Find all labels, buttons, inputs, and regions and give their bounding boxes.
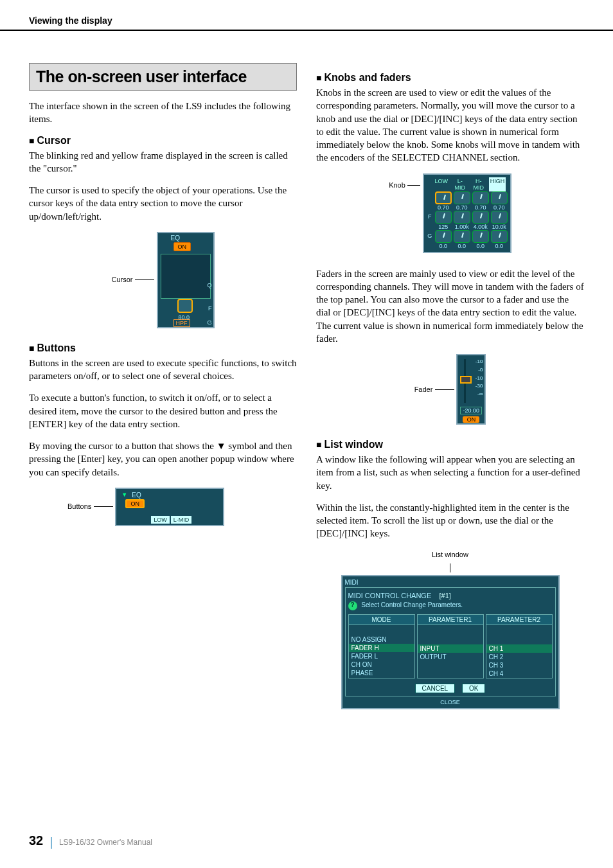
right-column: ■Knobs and faders Knobs in the screen ar… (316, 63, 584, 709)
f-val-3: 10.0k (491, 224, 508, 230)
q-val-2: 0.70 (472, 204, 489, 211)
f-knob-low[interactable] (435, 211, 452, 224)
fader-figure: Fader -10 -0 -10 -30 -∞ -20.00 ON (316, 354, 584, 425)
knobs-heading: ■Knobs and faders (316, 72, 584, 84)
list-item-selected[interactable]: CH 1 (486, 644, 552, 653)
cursor-fig-label: Cursor (111, 276, 132, 283)
mode-hdr: MODE (349, 615, 414, 625)
q-knob-lmid[interactable] (454, 191, 470, 204)
q-val-0: 0.70 (435, 204, 452, 211)
list-item[interactable]: NO ASSIGN (349, 635, 414, 644)
g-val-1: 0.0 (454, 243, 470, 249)
dropdown-triangle-icon: ▼ (121, 492, 127, 498)
g-val-0: 0.0 (435, 243, 452, 249)
eq-on-button[interactable]: ON (173, 242, 191, 251)
list-win-title-b: [#1] (440, 592, 451, 599)
hpf-button[interactable]: HPF (173, 319, 190, 327)
param1-hdr: PARAMETER1 (418, 615, 483, 625)
intro-text: The interface shown in the screen of the… (29, 100, 297, 126)
band-hmid: H-MID (470, 177, 487, 191)
page-footer: 32 LS9-16/32 Owner's Manual (29, 833, 152, 849)
q-val-1: 0.70 (454, 204, 470, 211)
close-label: CLOSE (345, 699, 556, 705)
g-knob-hmid[interactable] (472, 230, 489, 243)
band-high: HIGH (489, 177, 506, 191)
f-knob-high[interactable] (491, 211, 508, 224)
fader-fig-label: Fader (414, 385, 433, 393)
list-win-title-a: MIDI CONTROL CHANGE (348, 592, 432, 599)
knobs-p1: Knobs in the screen are used to view or … (316, 86, 584, 164)
page-number: 32 (29, 833, 43, 847)
band-low: LOW (433, 177, 450, 191)
list-item-selected[interactable]: INPUT (418, 644, 483, 653)
main-title-box: The on-screen user interface (29, 63, 297, 91)
q-knob-high[interactable] (491, 191, 508, 204)
buttons-p3: By moving the cursor to a button that sh… (29, 439, 297, 479)
list-heading: ■List window (316, 439, 584, 450)
list-item[interactable]: CH ON (349, 660, 414, 669)
buttons-p1: Buttons in the screen are used to execut… (29, 357, 297, 383)
list-p2: Within the list, the constantly-highligh… (316, 501, 584, 540)
tab-lmid[interactable]: L-MID (171, 516, 192, 524)
q-knob-hmid[interactable] (472, 191, 489, 204)
band-lmid: L-MID (452, 177, 468, 191)
faders-p1: Faders in the screen are mainly used to … (316, 267, 584, 346)
header-section-title: Viewing the display (0, 0, 613, 31)
help-icon: ? (348, 601, 357, 610)
q-knob-low[interactable] (435, 191, 452, 204)
list-item-selected[interactable]: FADER H (349, 644, 414, 652)
cursor-highlighted-knob[interactable] (177, 299, 193, 313)
tab-low[interactable]: LOW (151, 516, 170, 524)
manual-title: LS9-16/32 Owner's Manual (59, 838, 152, 847)
buttons-figure: Buttons ▼ EQ ON LOW L-MID (29, 488, 297, 526)
list-item[interactable]: CH 3 (486, 661, 552, 669)
list-col-param1[interactable]: PARAMETER1 INPUT OUTPUT (417, 614, 484, 678)
on-button-2[interactable]: ON (125, 499, 145, 508)
list-subtitle: Select Control Change Parameters. (361, 601, 463, 608)
g-side-label: G (207, 319, 211, 326)
list-fig-label: List window (432, 551, 468, 558)
g-knob-low[interactable] (435, 230, 452, 243)
left-column: The on-screen user interface The interfa… (29, 63, 297, 709)
g-knob-high[interactable] (491, 230, 508, 243)
list-item[interactable]: PHASE (349, 669, 414, 677)
list-item[interactable]: CH 2 (486, 653, 552, 661)
f-row-label: F (427, 211, 433, 224)
g-row-label: G (427, 230, 433, 243)
eq-title-label: EQ (171, 235, 180, 242)
main-title: The on-screen user interface (36, 67, 290, 86)
q-side-label: Q (207, 282, 211, 288)
list-item[interactable]: OUTPUT (418, 653, 483, 661)
q-val-3: 0.70 (491, 204, 508, 211)
param2-hdr: PARAMETER2 (486, 615, 552, 625)
f-knob-lmid[interactable] (454, 211, 470, 224)
cancel-button[interactable]: CANCEL (415, 684, 456, 693)
eq-label-2: EQ (132, 492, 141, 499)
list-item[interactable]: FADER L (349, 652, 414, 660)
buttons-fig-label: Buttons (67, 502, 91, 510)
cursor-figure: Cursor EQ ON Q F G 80.0 HPF (29, 232, 297, 328)
list-col-param2[interactable]: PARAMETER2 CH 1 CH 2 CH 3 CH 4 (486, 614, 553, 678)
fader-handle[interactable] (460, 376, 472, 384)
f-side-label: F (208, 305, 212, 312)
list-p1: A window like the following will appear … (316, 453, 584, 492)
f-val-1: 1.00k (454, 224, 470, 230)
f-val-2: 4.00k (472, 224, 489, 230)
list-col-mode[interactable]: MODE NO ASSIGN FADER H FADER L CH ON PHA… (348, 614, 415, 678)
buttons-p2: To execute a button's function, to switc… (29, 391, 297, 430)
list-topbar: MIDI (345, 579, 556, 586)
buttons-heading: ■Buttons (29, 342, 297, 354)
list-item[interactable]: CH 4 (486, 669, 552, 678)
f-knob-hmid[interactable] (472, 211, 489, 224)
f-val-0: 125 (435, 224, 452, 230)
eq-curve-area (161, 254, 211, 299)
ok-button[interactable]: OK (462, 684, 485, 693)
knobs-figure: Knob LOW L-MID H-MID HIGH 0.70 (316, 173, 584, 253)
g-val-3: 0.0 (491, 243, 508, 249)
g-knob-lmid[interactable] (454, 230, 470, 243)
cursor-p1: The blinking red and yellow frame displa… (29, 149, 297, 175)
fader-on-button[interactable]: ON (463, 416, 479, 423)
g-val-2: 0.0 (472, 243, 489, 249)
list-window-panel: MIDI MIDI CONTROL CHANGE [#1] ? Select C… (341, 575, 560, 709)
cursor-p2: The cursor is used to specify the object… (29, 184, 297, 223)
